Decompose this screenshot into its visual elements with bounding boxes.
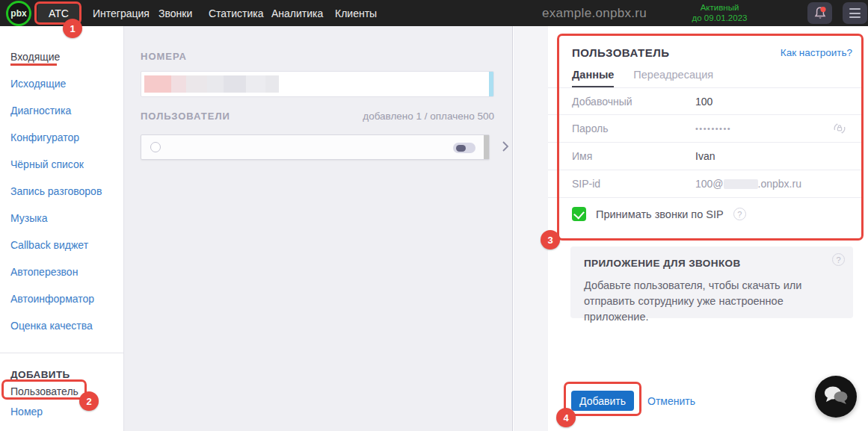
sidebar-item-incoming[interactable]: Входящие bbox=[10, 51, 60, 63]
accept-sip-calls-checkbox[interactable] bbox=[572, 207, 586, 221]
sip-id-value: 100@.onpbx.ru bbox=[695, 178, 801, 190]
sip-id-suffix: .onpbx.ru bbox=[758, 178, 801, 190]
sidebar-item-blacklist[interactable]: Чёрный список bbox=[10, 158, 84, 170]
extension-value[interactable]: 100 bbox=[695, 96, 712, 108]
user-panel-title: ПОЛЬЗОВАТЕЛЬ bbox=[572, 46, 670, 59]
sidebar-section-add: ДОБАВИТЬ bbox=[10, 369, 70, 380]
expand-row-chevron-icon[interactable] bbox=[500, 138, 511, 155]
pbx-logo[interactable]: pbx bbox=[6, 1, 31, 26]
menu-button[interactable] bbox=[843, 2, 867, 24]
notifications-button[interactable] bbox=[807, 2, 832, 24]
account-status-state: Активный bbox=[677, 2, 763, 13]
sip-id-prefix: 100@ bbox=[695, 178, 724, 190]
user-toggle[interactable] bbox=[453, 143, 475, 153]
call-app-card: ПРИЛОЖЕНИЕ ДЛЯ ЗВОНКОВ Добавьте пользова… bbox=[570, 246, 853, 318]
active-item-underline bbox=[10, 63, 57, 66]
nav-item-statistics[interactable]: Статистика bbox=[209, 0, 264, 26]
password-value[interactable]: ••••••••• bbox=[695, 124, 731, 133]
sidebar-item-outgoing[interactable]: Исходящие bbox=[10, 78, 66, 90]
number-input[interactable] bbox=[141, 71, 494, 97]
sip-id-redacted bbox=[724, 179, 758, 189]
hamburger-icon bbox=[849, 7, 861, 19]
annotation-badge-1: 1 bbox=[63, 19, 82, 38]
user-status-circle[interactable] bbox=[150, 142, 161, 152]
sidebar-item-configurator[interactable]: Конфигуратор bbox=[10, 131, 79, 143]
chat-bubbles-icon bbox=[823, 384, 849, 409]
user-panel-tabs: Данные Переадресация bbox=[572, 69, 713, 87]
annotation-badge-2: 2 bbox=[79, 391, 99, 411]
screen: pbx АТС Интеграция Звонки Статистика Ана… bbox=[0, 0, 868, 431]
accept-sip-calls-label: Принимать звонки по SIP bbox=[596, 208, 724, 220]
pbx-logo-text: pbx bbox=[10, 8, 26, 19]
account-status-date: до 09.01.2023 bbox=[677, 13, 763, 23]
nav-item-atc-label: АТС bbox=[49, 7, 69, 19]
account-status: Активный до 09.01.2023 bbox=[677, 2, 763, 23]
users-section-label: ПОЛЬЗОВАТЕЛИ bbox=[141, 111, 230, 122]
field-row-sip-id[interactable]: SIP-id 100@.onpbx.ru bbox=[548, 170, 862, 198]
account-domain: example.onpbx.ru bbox=[520, 6, 669, 21]
annotation-badge-4: 4 bbox=[556, 408, 576, 427]
chat-widget-button[interactable] bbox=[815, 376, 857, 418]
numbers-section-label: НОМЕРА bbox=[141, 51, 187, 62]
toggle-knob bbox=[456, 145, 466, 152]
sidebar-add-number[interactable]: Номер bbox=[10, 406, 43, 418]
regenerate-password-icon[interactable] bbox=[831, 121, 849, 139]
sidebar-item-diagnostics[interactable]: Диагностика bbox=[10, 105, 71, 117]
extension-label: Добавочный bbox=[572, 96, 695, 108]
sip-calls-check-row: Принимать звонки по SIP ? bbox=[572, 207, 746, 221]
sip-id-label: SIP-id bbox=[572, 178, 695, 190]
field-row-name[interactable]: Имя Ivan bbox=[548, 143, 862, 170]
sidebar-item-music[interactable]: Музыка bbox=[10, 212, 48, 224]
tab-forwarding[interactable]: Переадресация bbox=[633, 69, 713, 87]
sidebar-divider bbox=[0, 353, 124, 353]
top-bar: pbx АТС Интеграция Звонки Статистика Ана… bbox=[0, 0, 868, 26]
tab-data[interactable]: Данные bbox=[572, 69, 614, 87]
bell-icon bbox=[813, 6, 827, 21]
numbers-panel: НОМЕРА ПОЛЬЗОВАТЕЛИ добавлено 1 / оплаче… bbox=[124, 26, 513, 431]
sidebar-add-user[interactable]: Пользователь bbox=[10, 385, 79, 397]
user-panel: ПОЛЬЗОВАТЕЛЬ Как настроить? Данные Переа… bbox=[548, 26, 868, 431]
cancel-link[interactable]: Отменить bbox=[647, 395, 695, 407]
sidebar-item-auto-informer[interactable]: Автоинформатор bbox=[10, 293, 94, 305]
users-section-head: ПОЛЬЗОВАТЕЛИ добавлено 1 / оплачено 500 bbox=[141, 111, 494, 122]
panel-gap bbox=[514, 26, 548, 431]
field-row-extension[interactable]: Добавочный 100 bbox=[548, 87, 862, 115]
call-app-card-body: Добавьте пользователя, чтобы скачать или… bbox=[584, 278, 840, 325]
nav-item-analytics[interactable]: Аналитика bbox=[271, 0, 323, 26]
user-form: Добавочный 100 Пароль ••••••••• bbox=[548, 87, 862, 198]
sidebar: Входящие Исходящие Диагностика Конфигура… bbox=[0, 26, 124, 431]
call-app-help-icon[interactable]: ? bbox=[832, 253, 845, 266]
users-count-meta: добавлено 1 / оплачено 500 bbox=[363, 111, 494, 122]
sidebar-item-callback-widget[interactable]: Callback виджет bbox=[10, 239, 88, 251]
name-value[interactable]: Ivan bbox=[695, 150, 715, 162]
nav-item-integration[interactable]: Интеграция bbox=[93, 0, 150, 26]
nav-item-calls[interactable]: Звонки bbox=[158, 0, 192, 26]
password-label: Пароль bbox=[572, 123, 695, 134]
annotation-badge-3: 3 bbox=[541, 230, 560, 249]
add-user-button[interactable]: Добавить bbox=[571, 391, 634, 411]
field-row-password[interactable]: Пароль ••••••••• bbox=[548, 115, 862, 143]
row-scrollbar[interactable] bbox=[484, 135, 489, 159]
sidebar-item-auto-redial[interactable]: Автоперезвон bbox=[10, 266, 78, 278]
sip-help-icon[interactable]: ? bbox=[733, 208, 746, 220]
user-list-row[interactable] bbox=[141, 134, 490, 160]
redacted-number bbox=[144, 75, 171, 93]
input-caret-bar bbox=[489, 72, 493, 96]
sidebar-item-quality-rating[interactable]: Оценка качества bbox=[10, 320, 93, 332]
sidebar-item-call-recording[interactable]: Запись разговоров bbox=[10, 185, 102, 197]
nav-item-clients[interactable]: Клиенты bbox=[335, 0, 377, 26]
call-app-card-title: ПРИЛОЖЕНИЕ ДЛЯ ЗВОНКОВ bbox=[584, 258, 840, 269]
name-label: Имя bbox=[572, 150, 695, 162]
how-to-configure-link[interactable]: Как настроить? bbox=[781, 47, 852, 58]
